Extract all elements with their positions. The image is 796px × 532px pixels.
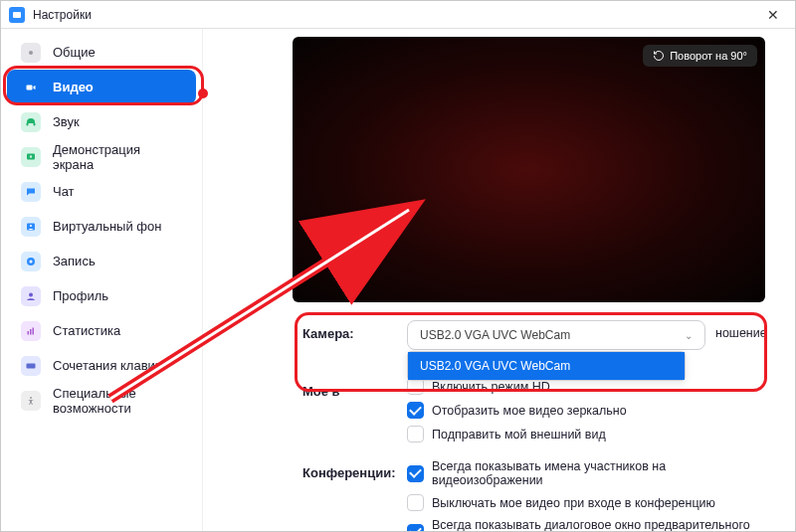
rotate-label: Поворот на 90° <box>670 50 747 62</box>
mirror-checkbox-row[interactable]: Отобразить мое видео зеркально <box>407 402 775 419</box>
svg-point-0 <box>29 51 33 55</box>
mirror-label: Отобразить мое видео зеркально <box>432 404 627 418</box>
svg-rect-3 <box>34 122 36 125</box>
accessibility-icon <box>21 391 41 411</box>
sidebar-item-profile[interactable]: Профиль <box>7 278 196 313</box>
profile-icon <box>21 286 41 306</box>
content-pane: Поворот на 90° Камера: USB2.0 VGA UVC We… <box>203 29 795 531</box>
meetings-label: Конференции: <box>302 459 407 480</box>
checkbox-checked-icon <box>407 402 424 419</box>
record-icon <box>21 252 41 271</box>
sidebar-item-label: Звук <box>53 114 80 129</box>
titlebar: Настройки ✕ <box>1 1 795 29</box>
app-icon <box>9 7 25 23</box>
mute-video-label: Выключать мое видео при входе в конферен… <box>432 496 715 510</box>
sidebar-item-audio[interactable]: Звук <box>7 104 196 139</box>
camera-row: Камера: USB2.0 VGA UVC WebCam ⌄ USB2.0 V… <box>302 320 775 350</box>
hd-label: Включить режим HD <box>432 380 550 394</box>
window-title: Настройки <box>33 8 92 22</box>
svg-point-8 <box>30 260 33 263</box>
chat-icon <box>21 182 41 202</box>
sidebar-item-label: Виртуальный фон <box>53 219 161 234</box>
svg-point-6 <box>30 225 32 227</box>
checkbox-icon <box>407 494 424 511</box>
sidebar-item-label: Чат <box>53 184 75 199</box>
checkbox-checked-icon <box>407 465 424 482</box>
keyboard-icon <box>21 356 41 376</box>
sidebar-item-label: Специальные возможности <box>53 386 182 416</box>
rotate-button[interactable]: Поворот на 90° <box>643 45 757 67</box>
chevron-down-icon: ⌄ <box>685 330 693 341</box>
gear-icon <box>21 43 41 63</box>
close-icon[interactable]: ✕ <box>759 7 787 23</box>
rotate-icon <box>653 50 665 62</box>
show-preview-label: Всегда показывать диалоговое окно предва… <box>432 518 775 532</box>
meetings-row: Конференции: Всегда показывать имена уча… <box>302 459 775 532</box>
sidebar-item-stats[interactable]: Статистика <box>7 313 196 348</box>
my-video-row: Мое в Включить режим HD Отобразить мое в… <box>302 378 775 449</box>
ratio-suffix: ношение <box>715 326 767 340</box>
svg-rect-13 <box>27 363 36 368</box>
sidebar-item-label: Демонстрация экрана <box>53 142 182 172</box>
sidebar-item-label: Общие <box>53 45 96 60</box>
show-preview-checkbox-row[interactable]: Всегда показывать диалоговое окно предва… <box>407 518 775 532</box>
sidebar-item-vbg[interactable]: Виртуальный фон <box>7 209 196 244</box>
checkbox-icon <box>407 426 424 443</box>
camera-dropdown: USB2.0 VGA UVC WebCam <box>407 351 686 381</box>
stats-icon <box>21 321 41 341</box>
svg-point-9 <box>29 292 33 296</box>
video-icon <box>21 78 41 97</box>
svg-rect-11 <box>30 329 32 335</box>
sidebar-item-label: Видео <box>53 80 94 94</box>
sidebar-item-label: Сочетания клавиш <box>53 358 165 373</box>
camera-label: Камера: <box>302 320 407 341</box>
sidebar-item-label: Статистика <box>53 323 120 338</box>
sidebar-item-label: Профиль <box>53 288 108 303</box>
video-preview: Поворот на 90° <box>293 37 765 302</box>
sidebar-item-general[interactable]: Общие <box>7 35 196 70</box>
touchup-label: Подправить мой внешний вид <box>432 428 606 442</box>
checkbox-checked-icon <box>407 524 424 533</box>
sidebar-item-share[interactable]: Демонстрация экрана <box>7 139 196 174</box>
touchup-checkbox-row[interactable]: Подправить мой внешний вид <box>407 426 775 443</box>
svg-rect-1 <box>27 85 33 89</box>
sidebar-item-label: Запись <box>53 254 96 268</box>
sidebar: Общие Видео Звук Демонстрация экрана Чат… <box>1 29 203 531</box>
share-screen-icon <box>21 147 41 167</box>
svg-rect-10 <box>28 331 30 335</box>
show-names-label: Всегда показывать имена участников на ви… <box>432 459 775 487</box>
headphones-icon <box>21 112 41 132</box>
show-names-checkbox-row[interactable]: Всегда показывать имена участников на ви… <box>407 459 775 487</box>
my-video-label: Мое в <box>302 378 407 399</box>
svg-rect-2 <box>27 122 29 125</box>
svg-point-14 <box>30 397 32 399</box>
sidebar-item-accessibility[interactable]: Специальные возможности <box>7 383 196 418</box>
sidebar-item-recording[interactable]: Запись <box>7 244 196 278</box>
camera-select[interactable]: USB2.0 VGA UVC WebCam ⌄ <box>407 320 705 350</box>
virtual-bg-icon <box>21 217 41 237</box>
mute-video-checkbox-row[interactable]: Выключать мое видео при входе в конферен… <box>407 494 775 511</box>
sidebar-item-chat[interactable]: Чат <box>7 174 196 209</box>
camera-option[interactable]: USB2.0 VGA UVC WebCam <box>408 352 685 380</box>
svg-rect-12 <box>33 327 35 334</box>
camera-selected-value: USB2.0 VGA UVC WebCam <box>420 328 570 342</box>
sidebar-item-keys[interactable]: Сочетания клавиш <box>7 348 196 383</box>
annotation-dot <box>198 89 208 98</box>
sidebar-item-video[interactable]: Видео <box>7 70 196 104</box>
